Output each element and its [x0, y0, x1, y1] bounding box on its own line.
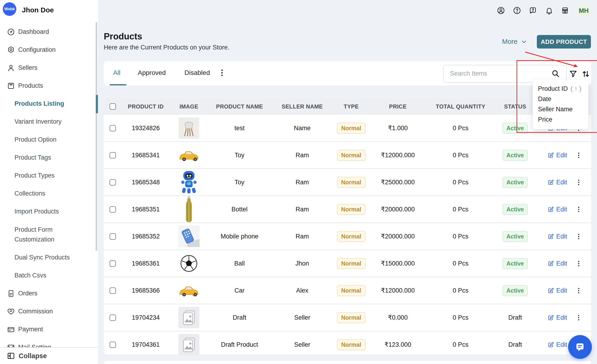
sidebar-item-label: Commission: [18, 308, 53, 315]
search-icon[interactable]: [551, 69, 560, 78]
sidebar-subitem-variant-inventory[interactable]: Variant Inventory: [0, 113, 98, 131]
product-name-cell: test: [211, 115, 268, 141]
store-icon[interactable]: [561, 7, 569, 15]
sort-option-date[interactable]: Date: [533, 94, 588, 104]
account-icon[interactable]: [497, 7, 505, 15]
product-id-cell: 19685341: [121, 142, 170, 168]
sort-option-product-id[interactable]: Product ID ( ↑ ): [533, 84, 588, 94]
seller-name-cell: Ram: [274, 196, 330, 223]
chat-fab-button[interactable]: [568, 335, 592, 359]
sidebar-subitem-products-listing[interactable]: Products Listing: [0, 95, 98, 113]
edit-button[interactable]: Edit: [548, 314, 567, 321]
status-badge: Draft: [508, 314, 522, 321]
type-badge: Normal: [337, 258, 365, 269]
row-menu-button[interactable]: [575, 196, 582, 223]
sidebar-item-sellers[interactable]: Sellers: [0, 59, 98, 77]
sidebar-scrollbar[interactable]: [96, 22, 97, 251]
table-row: 19685351 Bottel Ram Normal ₹20000.000 0 …: [104, 196, 591, 223]
avatar[interactable]: MH: [577, 4, 590, 17]
pagination-bar-partial: [104, 361, 591, 364]
sort-option-price[interactable]: Price: [533, 114, 588, 125]
row-menu-button[interactable]: [575, 169, 582, 196]
product-name-cell: Car: [211, 277, 268, 304]
product-image-ball: [180, 255, 197, 272]
quantity-cell: 0 Pcs: [430, 223, 491, 250]
sidebar-subitem-product-option[interactable]: Product Option: [0, 131, 98, 149]
filter-icon[interactable]: [569, 70, 578, 79]
row-menu-button[interactable]: [575, 142, 582, 168]
seller-name-cell: Ram: [274, 223, 330, 250]
sort-icon[interactable]: [581, 70, 590, 79]
sidebar-item-commission[interactable]: Commission: [0, 302, 98, 320]
edit-pencil-icon: [548, 315, 554, 321]
edit-button[interactable]: Edit: [548, 341, 567, 348]
sidebar-subitem-import-products[interactable]: Import Products: [0, 203, 98, 221]
edit-pencil-icon: [548, 152, 554, 158]
sidebar-item-configuration[interactable]: Configuration: [0, 41, 98, 59]
row-checkbox[interactable]: [110, 261, 116, 267]
select-all-checkbox[interactable]: [110, 103, 116, 110]
row-menu-button[interactable]: [575, 223, 582, 250]
feedback-icon[interactable]: [529, 7, 537, 15]
product-id-cell: 19685361: [121, 250, 170, 277]
sort-option-seller-name[interactable]: Seller Name: [533, 104, 588, 114]
table-row: 19324826 test Name Normal ₹1.000 0 Pcs A…: [104, 115, 591, 141]
type-badge: Normal: [337, 312, 365, 323]
sidebar-item-products[interactable]: Products: [0, 77, 98, 95]
status-badge: Active: [503, 231, 527, 242]
edit-button[interactable]: Edit: [548, 260, 567, 267]
tab-approved[interactable]: Approved: [138, 61, 166, 85]
chat-icon: [574, 341, 586, 353]
row-checkbox[interactable]: [110, 315, 116, 321]
products-listing-page: Webk Jhon Doe Dashboard Configuration Se…: [0, 0, 597, 364]
row-checkbox[interactable]: [110, 342, 116, 348]
sidebar-item-payment[interactable]: Payment: [0, 320, 98, 338]
tabs-more-menu-button[interactable]: [219, 67, 225, 79]
edit-pencil-icon: [548, 206, 554, 213]
edit-button[interactable]: Edit: [548, 287, 567, 294]
row-checkbox[interactable]: [110, 179, 116, 185]
sidebar-item-label: Sellers: [18, 64, 38, 71]
type-badge: Normal: [337, 204, 365, 215]
edit-button[interactable]: Edit: [548, 206, 567, 213]
row-checkbox[interactable]: [110, 233, 116, 240]
product-id-cell: 19685351: [121, 196, 170, 223]
orders-icon: [7, 290, 15, 298]
tab-disabled[interactable]: Disabled: [184, 61, 210, 85]
more-button[interactable]: More: [502, 38, 527, 46]
row-menu-button[interactable]: [575, 304, 582, 331]
row-checkbox[interactable]: [110, 206, 116, 213]
sidebar-subitem-product-tags[interactable]: Product Tags: [0, 149, 98, 166]
row-menu-button[interactable]: [575, 277, 582, 304]
add-product-button[interactable]: ADD PRODUCT: [537, 35, 591, 48]
sidebar-item-dashboard[interactable]: Dashboard: [0, 23, 98, 41]
page-subtitle: Here are the Current Products on your St…: [104, 44, 229, 51]
sidebar-collapse[interactable]: Collapse: [0, 347, 98, 364]
tab-all[interactable]: All: [113, 61, 120, 85]
edit-pencil-icon: [548, 342, 554, 348]
search-input[interactable]: [450, 65, 549, 82]
quantity-cell: 0 Pcs: [430, 277, 491, 304]
product-image-phone: [178, 226, 200, 247]
webkul-logo: Webk: [3, 2, 16, 16]
sidebar-item-label: Configuration: [18, 46, 56, 53]
sidebar-subitem-product-types[interactable]: Product Types: [0, 166, 98, 185]
edit-button[interactable]: Edit: [548, 179, 567, 186]
sidebar-subitem-product-form-customization[interactable]: Product Form Customization: [0, 221, 98, 248]
row-checkbox[interactable]: [110, 125, 116, 131]
sidebar-item-label: Orders: [18, 290, 38, 297]
notifications-icon[interactable]: [545, 7, 553, 15]
row-menu-button[interactable]: [575, 250, 582, 277]
edit-button[interactable]: Edit: [548, 233, 567, 240]
row-checkbox[interactable]: [110, 287, 116, 294]
help-icon[interactable]: [513, 7, 521, 15]
sidebar-item-orders[interactable]: Orders: [0, 285, 98, 302]
quantity-cell: 0 Pcs: [430, 115, 491, 141]
row-checkbox[interactable]: [110, 152, 116, 158]
sidebar-subitem-dual-sync-products[interactable]: Dual Sync Products: [0, 248, 98, 267]
configuration-icon: [7, 46, 15, 54]
edit-button[interactable]: Edit: [548, 152, 567, 159]
active-tab-underline: [110, 84, 126, 85]
sidebar-subitem-collections[interactable]: Collections: [0, 185, 98, 203]
sidebar-subitem-batch-csvs[interactable]: Batch Csvs: [0, 267, 98, 285]
